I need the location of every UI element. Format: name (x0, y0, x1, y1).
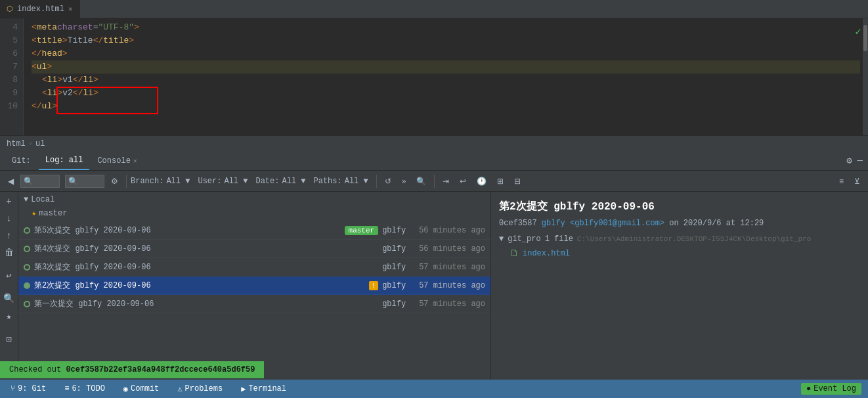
search-log-button[interactable]: 🔍 (412, 173, 430, 189)
event-log-label: Event Log (814, 384, 856, 393)
pull-icon[interactable]: ↓ (4, 211, 13, 226)
revert-button[interactable]: ↩ (456, 173, 470, 189)
commit-list-panel: ▼ Local ★ master 第5次提交 gblfy 2020-09-06 … (18, 192, 491, 380)
master-branch-label: master (39, 209, 67, 218)
line-numbers: 4 5 6 7 8 9 10 (0, 18, 24, 135)
code-editor[interactable]: <meta charset="UTF-8"> <title>Title</tit… (24, 18, 868, 135)
history-button[interactable]: 🕐 (473, 173, 490, 189)
undo-icon[interactable]: ↩ (4, 268, 13, 283)
commit-row-2[interactable]: 第2次提交 gblfy 2020-09-06 ! gblfy 57 minute… (18, 276, 490, 295)
search-input[interactable] (20, 175, 60, 188)
master-branch-item[interactable]: ★ master (18, 206, 490, 220)
vertical-scrollbar[interactable] (863, 18, 868, 135)
commit-row-5[interactable]: 第5次提交 gblfy 2020-09-06 master gblfy 56 m… (18, 221, 490, 240)
git-status-label: 9: Git (18, 384, 46, 393)
paths-filter-label: Paths: (314, 177, 342, 186)
commit-time-2: 57 minutes ago (419, 281, 485, 290)
commit-detail-panel: 第2次提交 gblfy 2020-09-06 0cef3587 gblfy <g… (491, 192, 868, 380)
git-panel: Git: Log: all Console ✕ ⚙ ─ ◀ ⚙ (0, 151, 868, 380)
commit-row-4[interactable]: 第4次提交 gblfy 2020-09-06 gblfy 56 minutes … (18, 240, 490, 258)
git-tab-settings-area: ⚙ ─ (846, 155, 863, 166)
commit-msg-1: 第一次提交 gblfy 2020-09-06 (34, 298, 378, 309)
more-button[interactable]: » (398, 173, 410, 189)
toast-notification: Checked out 0cef3587b22ef3a94a948ff2dcce… (0, 361, 264, 378)
trash-icon[interactable]: 🗑 (3, 246, 16, 260)
local-branches-header[interactable]: ▼ Local (18, 193, 490, 206)
commit-status-label: Commit (131, 384, 159, 393)
editor-area: ⬡ index.html ✕ 4 5 6 7 8 9 10 <meta char… (0, 0, 868, 151)
status-event-log[interactable]: ● Event Log (801, 383, 861, 395)
code-container: 4 5 6 7 8 9 10 <meta charset="UTF-8"> <t… (0, 18, 868, 135)
settings-icon[interactable]: ⚙ (846, 155, 852, 166)
status-todo[interactable]: ≡ 6: TODO (60, 383, 109, 395)
commit-msg-2: 第2次提交 gblfy 2020-09-06 (34, 280, 365, 291)
commit-msg-4: 第4次提交 gblfy 2020-09-06 (34, 243, 378, 254)
commit-dot-2 (24, 282, 30, 289)
user-filter-label: User: (198, 177, 221, 186)
file-item-index-html[interactable]: 🗋 index.html (499, 246, 860, 261)
branch-filter-value[interactable]: All ▼ (166, 177, 190, 186)
filter-input[interactable] (65, 175, 104, 188)
status-commit[interactable]: ◉ Commit (119, 383, 163, 395)
commit-author-4: gblfy (382, 244, 415, 254)
scrollbar-thumb[interactable] (863, 25, 867, 51)
commit-msg-3: 第3次提交 gblfy 2020-09-06 (34, 261, 378, 273)
minimize-icon[interactable]: ─ (857, 156, 863, 166)
cherry-pick-button[interactable]: ⇥ (439, 173, 453, 189)
tab-console[interactable]: Console ✕ (91, 151, 143, 170)
triangle-files-icon: ▼ (499, 234, 504, 244)
hash-id: 0cef3587 (499, 219, 537, 228)
code-line-9: <li>v2</li> (42, 87, 860, 100)
code-line-8: <li>v1</li> (42, 74, 860, 87)
tab-console-close[interactable]: ✕ (133, 157, 137, 165)
terminal-status-label: Terminal (248, 384, 286, 393)
settings-toolbar-button[interactable]: ⚙ (107, 173, 122, 189)
event-log-icon: ● (806, 384, 811, 393)
status-git[interactable]: ⑂ 9: Git (7, 383, 50, 395)
tab-log-all[interactable]: Log: all (39, 151, 90, 170)
star-sidebar-icon[interactable]: ★ (4, 309, 13, 324)
editor-tab-close[interactable]: ✕ (68, 5, 73, 13)
breadcrumb-html: html (7, 139, 26, 148)
file-name: index.html (523, 249, 570, 258)
status-terminal[interactable]: ▶ Terminal (237, 383, 290, 395)
sort-button[interactable]: ≡ (835, 173, 848, 189)
todo-status-icon: ≡ (64, 384, 69, 393)
todo-status-label: 6: TODO (72, 384, 104, 393)
search-sidebar-icon[interactable]: 🔍 (1, 291, 16, 306)
status-problems[interactable]: ⚠ Problems (173, 383, 227, 395)
plus-icon[interactable]: + (4, 194, 13, 209)
paths-filter-value[interactable]: All ▼ (345, 177, 368, 186)
split-button[interactable]: ⊞ (493, 173, 508, 189)
date-dropdown-arrow: ▼ (301, 177, 305, 186)
commit-row-1[interactable]: 第一次提交 gblfy 2020-09-06 gblfy 57 minutes … (18, 295, 490, 313)
code-line-6: </head> (32, 47, 860, 60)
commit-row-3[interactable]: 第3次提交 gblfy 2020-09-06 gblfy 57 minutes … (18, 258, 490, 276)
merge-button[interactable]: ⊟ (510, 173, 525, 189)
tab-git[interactable]: Git: (5, 151, 37, 170)
git-sidebar-icons: + ↓ ↑ 🗑 ↩ 🔍 ★ ⊡ (0, 192, 18, 380)
push-icon[interactable]: ↑ (4, 229, 13, 243)
commit-author-5: gblfy (382, 226, 415, 235)
date-filter-value[interactable]: All ▼ (282, 177, 305, 186)
toast-hash: 0cef3587b22ef3a94a948ff2dccece640a5d6f59 (66, 365, 255, 374)
problems-status-label: Problems (185, 384, 223, 393)
commit-dot-3 (24, 264, 30, 271)
commit-author-3: gblfy (382, 263, 415, 272)
commit-dot-4 (24, 246, 30, 252)
filter-button[interactable]: ⊻ (850, 173, 864, 189)
files-count-label: 1 file (545, 234, 573, 244)
git-tabs: Git: Log: all Console ✕ ⚙ ─ (0, 151, 868, 171)
refresh-button[interactable]: ↺ (381, 173, 395, 189)
commit-author-2: gblfy (382, 281, 415, 290)
back-button[interactable]: ◀ (4, 173, 18, 189)
commit-time-4: 56 minutes ago (419, 244, 485, 254)
user-filter-value[interactable]: All ▼ (224, 177, 248, 186)
diff-icon[interactable]: ⊡ (4, 332, 13, 347)
hash-email-addr[interactable]: <gblfy001@gmail.com> (570, 219, 664, 228)
master-badge: master (345, 226, 379, 235)
hash-email-link[interactable]: gblfy (542, 219, 565, 228)
star-icon: ★ (32, 208, 36, 218)
commit-time-5: 56 minutes ago (419, 226, 485, 235)
editor-tab-index-html[interactable]: ⬡ index.html ✕ (0, 0, 80, 18)
